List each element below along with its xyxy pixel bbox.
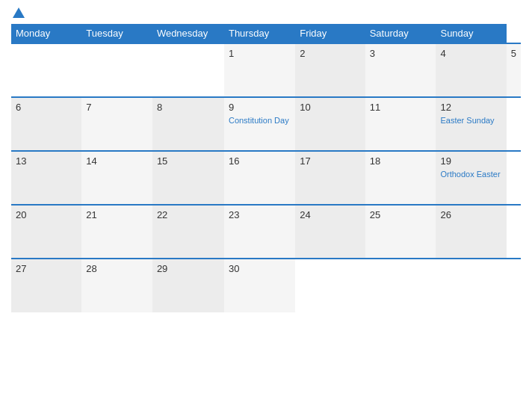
- calendar-cell: 15: [152, 151, 224, 205]
- day-number: 29: [157, 263, 220, 274]
- calendar-cell: [81, 43, 152, 97]
- calendar-cell: [295, 259, 365, 312]
- weekday-header: Friday: [295, 24, 365, 43]
- calendar-cell: 30: [224, 259, 295, 312]
- weekday-header: Monday: [11, 24, 81, 43]
- calendar-cell: [152, 43, 224, 97]
- holiday-label: Orthodox Easter: [440, 169, 501, 179]
- calendar-cell: 19Orthodox Easter: [436, 151, 506, 205]
- calendar-week-row: 20212223242526: [11, 205, 521, 259]
- calendar-cell: 10: [295, 97, 365, 151]
- weekday-header: Thursday: [224, 24, 295, 43]
- day-number: 19: [440, 155, 501, 167]
- holiday-label: Easter Sunday: [440, 115, 501, 126]
- calendar-cell: 6: [11, 97, 81, 151]
- calendar-cell: 25: [365, 205, 436, 259]
- weekday-header: Tuesday: [81, 24, 152, 43]
- day-number: 7: [86, 102, 148, 113]
- day-number: 12: [440, 102, 501, 113]
- calendar-week-row: 27282930: [11, 259, 521, 312]
- day-number: 27: [16, 263, 77, 274]
- calendar-cell: [365, 259, 436, 312]
- day-number: 3: [370, 48, 432, 59]
- day-number: 28: [86, 263, 148, 274]
- day-number: 8: [157, 102, 220, 113]
- calendar-week-row: 6789Constitution Day101112Easter Sunday: [11, 97, 521, 151]
- day-number: 26: [440, 209, 501, 220]
- calendar-cell: 24: [295, 205, 365, 259]
- weekday-header: Wednesday: [152, 24, 224, 43]
- calendar-cell: 16: [224, 151, 295, 205]
- calendar-cell: 9Constitution Day: [224, 97, 295, 151]
- calendar-cell: 28: [81, 259, 152, 312]
- calendar-cell: 21: [81, 205, 152, 259]
- day-number: 30: [229, 263, 291, 274]
- calendar-cell: 23: [224, 205, 295, 259]
- day-number: 22: [157, 209, 220, 220]
- calendar-cell: 2: [295, 43, 365, 97]
- day-number: 14: [86, 155, 148, 167]
- calendar-cell: 20: [11, 205, 81, 259]
- calendar-body: 123456789Constitution Day101112Easter Su…: [11, 43, 521, 312]
- weekday-header: Sunday: [436, 24, 506, 43]
- holiday-label: Constitution Day: [229, 115, 291, 126]
- calendar-wrapper: MondayTuesdayWednesdayThursdayFridaySatu…: [0, 0, 532, 411]
- calendar-cell: 1: [224, 43, 295, 97]
- calendar-cell: 7: [81, 97, 152, 151]
- day-number: 17: [300, 155, 361, 167]
- calendar-thead: MondayTuesdayWednesdayThursdayFridaySatu…: [11, 24, 521, 43]
- day-number: 1: [229, 48, 291, 59]
- calendar-cell: 11: [365, 97, 436, 151]
- calendar-cell: [11, 43, 81, 97]
- calendar-cell: 14: [81, 151, 152, 205]
- day-number: 18: [370, 155, 432, 167]
- calendar-cell: 8: [152, 97, 224, 151]
- day-number: 11: [370, 102, 432, 113]
- logo-triangle-icon: [13, 7, 25, 18]
- day-number: 25: [370, 209, 432, 220]
- calendar-cell: 12Easter Sunday: [436, 97, 506, 151]
- day-number: 24: [300, 209, 361, 220]
- calendar-week-row: 13141516171819Orthodox Easter: [11, 151, 521, 205]
- weekday-header: Saturday: [365, 24, 436, 43]
- calendar-cell: 13: [11, 151, 81, 205]
- calendar-cell: 3: [365, 43, 436, 97]
- day-number: 13: [16, 155, 77, 167]
- day-number: 20: [16, 209, 77, 220]
- day-number: 4: [440, 48, 501, 59]
- day-number: 10: [300, 102, 361, 113]
- day-number: 2: [300, 48, 361, 59]
- weekday-header-row: MondayTuesdayWednesdayThursdayFridaySatu…: [11, 24, 521, 43]
- calendar-cell: 18: [365, 151, 436, 205]
- day-number: 6: [16, 102, 77, 113]
- calendar-cell: 4: [436, 43, 506, 97]
- calendar-table: MondayTuesdayWednesdayThursdayFridaySatu…: [11, 24, 521, 312]
- day-number: 16: [229, 155, 291, 167]
- calendar-cell: [436, 259, 506, 312]
- day-number: 23: [229, 209, 291, 220]
- calendar-header: [11, 7, 521, 18]
- day-number: 15: [157, 155, 220, 167]
- calendar-cell: 29: [152, 259, 224, 312]
- day-number: 5: [511, 48, 516, 59]
- logo: [11, 7, 26, 18]
- calendar-cell: 22: [152, 205, 224, 259]
- calendar-cell: 5: [507, 43, 521, 97]
- calendar-cell: 26: [436, 205, 506, 259]
- calendar-week-row: 12345: [11, 43, 521, 97]
- day-number: 9: [229, 102, 291, 113]
- calendar-cell: 27: [11, 259, 81, 312]
- day-number: 21: [86, 209, 148, 220]
- calendar-cell: 17: [295, 151, 365, 205]
